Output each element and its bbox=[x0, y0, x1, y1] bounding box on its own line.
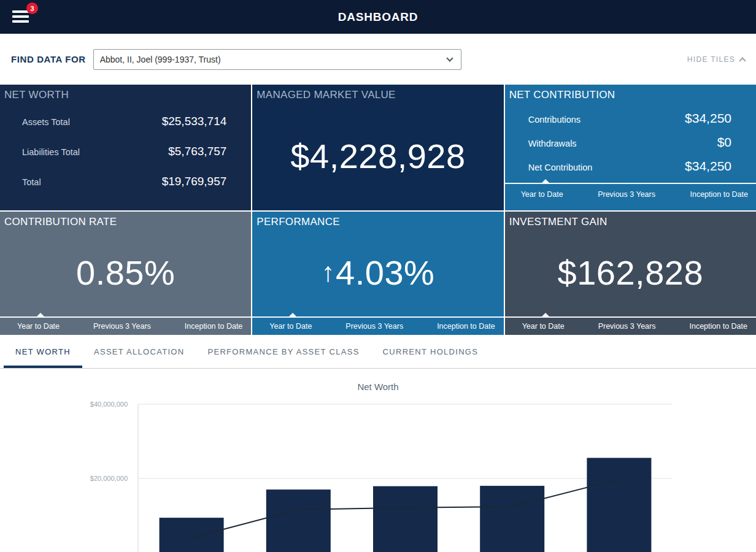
tile-investment-gain: INVESTMENT GAIN $162,828 Year to Date Pr… bbox=[505, 212, 756, 335]
net-contribution-rows: Contributions $34,250 Withdrawals $0 Net… bbox=[505, 111, 756, 183]
period-inception-to-date[interactable]: Inception to Date bbox=[689, 322, 747, 331]
tile-body: ↑4.03% bbox=[252, 228, 503, 316]
period-selector: Year to Date Previous 3 Years Inception … bbox=[0, 316, 251, 335]
row-label: Withdrawals bbox=[528, 139, 577, 148]
tile-contribution-rate: CONTRIBUTION RATE 0.85% Year to Date Pre… bbox=[0, 212, 251, 335]
row-value: $34,250 bbox=[685, 111, 731, 126]
row-value: $25,533,714 bbox=[162, 115, 227, 128]
tile-performance: PERFORMANCE ↑4.03% Year to Date Previous… bbox=[252, 212, 503, 335]
tab-asset-allocation[interactable]: ASSET ALLOCATION bbox=[82, 335, 196, 368]
period-selector: Year to Date Previous 3 Years Inception … bbox=[252, 316, 503, 335]
period-previous-3-years[interactable]: Previous 3 Years bbox=[598, 190, 655, 199]
managed-market-value: $4,228,928 bbox=[290, 136, 465, 176]
period-previous-3-years[interactable]: Previous 3 Years bbox=[345, 322, 403, 331]
tile-title: CONTRIBUTION RATE bbox=[0, 212, 251, 228]
page-title: DASHBOARD bbox=[338, 10, 418, 24]
tile-net-worth: NET WORTH Assets Total $25,533,714 Liabi… bbox=[0, 85, 251, 210]
active-period-indicator bbox=[542, 313, 549, 316]
tile-title: PERFORMANCE bbox=[252, 212, 503, 228]
investment-gain-value: $162,828 bbox=[558, 253, 704, 293]
table-row: Liabilities Total $5,763,757 bbox=[0, 145, 251, 158]
tile-body: $162,828 bbox=[505, 228, 756, 316]
period-year-to-date[interactable]: Year to Date bbox=[17, 322, 60, 331]
row-label: Net Contribution bbox=[528, 163, 593, 172]
performance-value: ↑4.03% bbox=[322, 253, 435, 293]
contribution-rate-value: 0.85% bbox=[76, 253, 175, 293]
chart-title: Net Worth bbox=[0, 381, 756, 392]
bar bbox=[160, 518, 224, 552]
top-bar: 3 DASHBOARD bbox=[0, 0, 756, 34]
chevron-down-icon bbox=[446, 55, 453, 61]
net-worth-rows: Assets Total $25,533,714 Liabilities Tot… bbox=[0, 115, 251, 205]
period-previous-3-years[interactable]: Previous 3 Years bbox=[93, 322, 151, 331]
client-selector[interactable]: Abbot, II, Joel (999-1937, Trust) bbox=[93, 49, 461, 70]
net-worth-chart: $40,000,000$20,000,000 bbox=[0, 369, 756, 552]
tab-performance-by-asset-class[interactable]: PERFORMANCE BY ASSET CLASS bbox=[196, 335, 371, 368]
find-data-label: FIND DATA FOR bbox=[11, 54, 86, 64]
find-data-bar: FIND DATA FOR Abbot, II, Joel (999-1937,… bbox=[0, 34, 756, 85]
menu-button[interactable]: 3 bbox=[12, 8, 33, 26]
period-previous-3-years[interactable]: Previous 3 Years bbox=[598, 322, 656, 331]
tile-title: NET WORTH bbox=[0, 85, 251, 101]
tile-grid: NET WORTH Assets Total $25,533,714 Liabi… bbox=[0, 85, 756, 335]
row-value: $19,769,957 bbox=[162, 175, 227, 188]
client-selector-value: Abbot, II, Joel (999-1937, Trust) bbox=[100, 55, 221, 64]
period-selector: Year to Date Previous 3 Years Inception … bbox=[505, 183, 756, 204]
tab-current-holdings[interactable]: CURRENT HOLDINGS bbox=[371, 335, 490, 368]
up-arrow-icon: ↑ bbox=[322, 257, 336, 287]
row-value: $34,250 bbox=[685, 159, 731, 174]
row-label: Liabilities Total bbox=[22, 147, 80, 157]
period-year-to-date[interactable]: Year to Date bbox=[522, 322, 565, 331]
active-period-indicator bbox=[37, 313, 44, 316]
active-period-indicator bbox=[542, 179, 549, 183]
table-row: Total $19,769,957 bbox=[0, 175, 251, 188]
row-value: $5,763,757 bbox=[168, 145, 226, 158]
y-tick-label: $40,000,000 bbox=[90, 401, 128, 408]
period-inception-to-date[interactable]: Inception to Date bbox=[185, 322, 243, 331]
row-label: Contributions bbox=[528, 115, 580, 125]
period-inception-to-date[interactable]: Inception to Date bbox=[437, 322, 495, 331]
tile-title: NET CONTRIBUTION bbox=[505, 85, 756, 101]
tile-title: INVESTMENT GAIN bbox=[505, 212, 756, 228]
row-label: Total bbox=[22, 177, 41, 187]
tile-body: $4,228,928 bbox=[252, 101, 503, 210]
section-tab-bar: NET WORTH ASSET ALLOCATION PERFORMANCE B… bbox=[0, 335, 756, 369]
tile-managed-market-value: MANAGED MARKET VALUE $4,228,928 bbox=[252, 85, 503, 210]
tab-net-worth[interactable]: NET WORTH bbox=[4, 335, 82, 368]
tile-net-contribution: NET CONTRIBUTION Contributions $34,250 W… bbox=[505, 85, 756, 210]
bar bbox=[373, 486, 438, 552]
row-label: Assets Total bbox=[22, 117, 70, 127]
bar bbox=[587, 458, 651, 552]
hide-tiles-button[interactable]: HIDE TILES bbox=[687, 55, 745, 64]
tile-title: MANAGED MARKET VALUE bbox=[252, 85, 503, 101]
notification-badge: 3 bbox=[26, 2, 38, 14]
hide-tiles-label: HIDE TILES bbox=[687, 55, 735, 64]
chevron-up-icon bbox=[739, 57, 746, 64]
tile-body: 0.85% bbox=[0, 228, 251, 316]
performance-number: 4.03% bbox=[336, 253, 434, 292]
table-row: Net Contribution $34,250 bbox=[505, 159, 756, 174]
period-selector: Year to Date Previous 3 Years Inception … bbox=[505, 316, 756, 335]
net-worth-chart-section: Net Worth $40,000,000$20,000,000 bbox=[0, 369, 756, 552]
bar bbox=[266, 489, 331, 552]
period-year-to-date[interactable]: Year to Date bbox=[521, 190, 563, 199]
table-row: Contributions $34,250 bbox=[505, 111, 756, 126]
y-tick-label: $20,000,000 bbox=[90, 475, 128, 482]
table-row: Assets Total $25,533,714 bbox=[0, 115, 251, 128]
active-period-indicator bbox=[289, 313, 296, 316]
dashboard-app: 3 DASHBOARD FIND DATA FOR Abbot, II, Joe… bbox=[0, 0, 756, 552]
period-year-to-date[interactable]: Year to Date bbox=[269, 322, 312, 331]
period-inception-to-date[interactable]: Inception to Date bbox=[690, 190, 748, 199]
table-row: Withdrawals $0 bbox=[505, 135, 756, 150]
row-value: $0 bbox=[717, 135, 731, 150]
bar bbox=[480, 486, 544, 552]
